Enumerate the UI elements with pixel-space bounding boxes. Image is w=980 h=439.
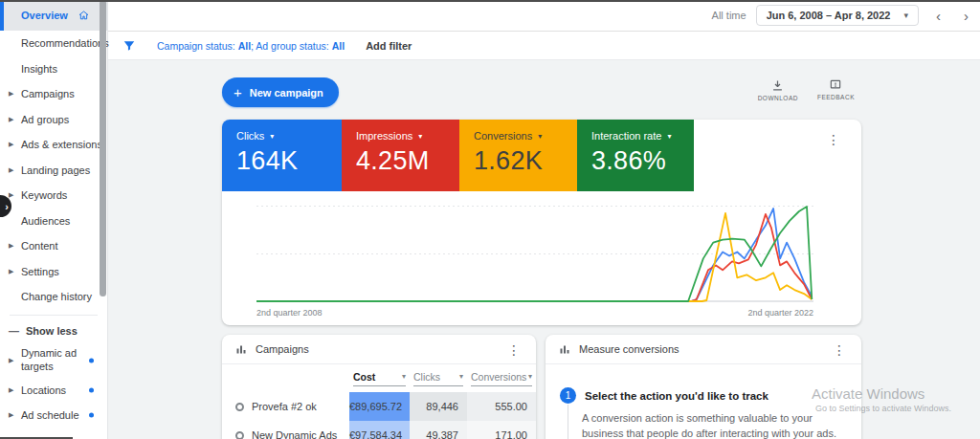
sidebar-item-settings[interactable]: ▶ Settings — [0, 259, 107, 285]
add-filter-button[interactable]: Add filter — [366, 40, 412, 52]
step-connector-line — [568, 405, 568, 439]
clicks-cell: 89,446 — [410, 392, 467, 421]
campaigns-card: Campaigns ⋮ Cost▾ Clicks▾ Conv — [222, 335, 536, 439]
top-bar: All time Jun 6, 2008 – Apr 8, 2022 ▾ ‹ › — [108, 0, 980, 32]
sidebar-item-ad-schedule[interactable]: ▶ Ad schedule — [0, 403, 107, 428]
x-axis-end-label: 2nd quarter 2022 — [747, 308, 813, 318]
sidebar-item-recommendations[interactable]: Recommendations — [0, 31, 107, 56]
column-header-cost[interactable]: Cost▾ — [349, 364, 410, 392]
card-title: Measure conversions — [579, 343, 679, 355]
metric-card-impressions[interactable]: Impressions▾ 4.25M — [342, 120, 459, 191]
expand-arrow-icon: ▶ — [9, 141, 13, 148]
sidebar-item-audiences[interactable]: Audiences — [0, 209, 107, 234]
chevron-down-icon: ▾ — [459, 372, 463, 381]
notification-dot — [89, 413, 94, 418]
sidebar-item-content[interactable]: ▶ Content — [0, 233, 107, 259]
chevron-down-icon[interactable]: ▾ — [538, 132, 542, 141]
card-title: Campaigns — [256, 343, 309, 355]
expand-arrow-icon: ▶ — [9, 356, 13, 363]
metric-value: 3.86% — [591, 146, 694, 176]
campaigns-table: Cost▾ Clicks▾ Conversions▾ — [222, 364, 536, 439]
download-icon — [770, 78, 785, 93]
home-icon — [78, 10, 90, 22]
chevron-down-icon[interactable]: ▾ — [667, 132, 671, 141]
campaign-status-icon — [235, 431, 244, 439]
sidebar-item-campaigns[interactable]: ▶ Campaigns — [0, 81, 107, 107]
chevron-down-icon[interactable]: ▾ — [270, 132, 274, 141]
metric-value: 4.25M — [356, 146, 459, 176]
sidebar-item-ad-groups[interactable]: ▶ Ad groups — [0, 107, 107, 133]
screenshot-top-edge — [0, 0, 980, 2]
sidebar-item-dynamic-ad-targets[interactable]: ▶ Dynamic ad targets — [0, 343, 107, 378]
conversions-cell: 171.00 — [467, 421, 536, 439]
metric-value: 1.62K — [474, 146, 577, 176]
new-campaign-button[interactable]: + New campaign — [222, 77, 339, 107]
show-less-toggle[interactable]: — Show less — [0, 319, 107, 343]
filter-bar: Campaign status: All; Ad group status: A… — [108, 32, 980, 60]
table-row[interactable]: New Dynamic Ads €97,584.34 49,387 171.00 — [222, 421, 536, 439]
step-title: Select the action you'd like to track — [585, 390, 768, 402]
cost-cell: €89,695.72 — [349, 392, 410, 421]
metric-card-clicks[interactable]: Clicks▾ 164K — [222, 120, 342, 191]
chevron-down-icon: ▾ — [402, 372, 406, 381]
trend-lines-svg — [256, 206, 813, 302]
main-area: All time Jun 6, 2008 – Apr 8, 2022 ▾ ‹ ›… — [108, 0, 980, 439]
sidebar-item-insights[interactable]: Insights — [0, 56, 107, 82]
step-number-badge: 1 — [560, 387, 576, 404]
sidebar-item-locations[interactable]: ▶ Locations — [0, 378, 107, 404]
expand-arrow-icon: ▶ — [9, 166, 13, 174]
feedback-button[interactable]: FEEDBACK — [817, 78, 855, 101]
expand-arrow-icon: ▶ — [9, 242, 13, 250]
date-range-preset-label: All time — [712, 10, 746, 21]
expand-arrow-icon: ▶ — [9, 116, 13, 123]
sidebar-divider — [10, 315, 98, 316]
metric-card-conversions[interactable]: Conversions▾ 1.62K — [459, 120, 577, 191]
chart-card-menu-button[interactable]: ⋮ — [827, 133, 840, 146]
sidebar-item-ads-extensions[interactable]: ▶ Ads & extensions — [0, 132, 107, 158]
date-range-picker[interactable]: Jun 6, 2008 – Apr 8, 2022 ▾ — [756, 5, 919, 26]
metric-card-interaction-rate[interactable]: Interaction rate▾ 3.86% — [577, 120, 694, 191]
bar-chart-icon — [235, 343, 247, 355]
campaign-name: Provefa #2 ok — [252, 401, 317, 412]
performance-chart: 2nd quarter 2008 2nd quarter 2022 — [222, 191, 861, 325]
sidebar-item-label: Overview — [21, 10, 68, 21]
x-axis-start-label: 2nd quarter 2008 — [256, 308, 323, 318]
left-navigation: Overview Recommendations Insights ▶ Camp… — [0, 0, 108, 439]
content-area: + New campaign DOWNLOAD FEEDBACK Clicks — [108, 60, 980, 439]
chevron-down-icon[interactable]: ▾ — [418, 132, 422, 141]
measure-card-menu-button[interactable]: ⋮ — [833, 343, 846, 357]
active-filters-link[interactable]: Campaign status: All; Ad group status: A… — [157, 40, 345, 52]
next-range-button[interactable]: › — [964, 9, 969, 23]
notification-dot — [89, 387, 94, 392]
expand-arrow-icon: ▶ — [9, 411, 13, 419]
campaigns-card-menu-button[interactable]: ⋮ — [507, 343, 521, 357]
expand-arrow-icon: ▶ — [9, 386, 13, 394]
measure-conversions-card: Measure conversions ⋮ 1 Select the actio… — [546, 335, 861, 439]
chevron-down-icon: ▾ — [903, 11, 908, 20]
download-button[interactable]: DOWNLOAD — [758, 78, 798, 101]
campaign-status-icon — [235, 403, 244, 411]
sidebar-item-change-history[interactable]: Change history — [0, 284, 107, 310]
notification-dot — [89, 358, 94, 362]
clicks-cell: 49,387 — [410, 421, 467, 439]
expand-arrow-icon: ▶ — [9, 268, 13, 275]
table-header-row: Cost▾ Clicks▾ Conversions▾ — [222, 364, 536, 392]
conversions-cell: 555.00 — [467, 392, 536, 421]
step-description: A conversion action is something valuabl… — [582, 410, 848, 439]
sidebar-item-keywords[interactable]: ▶ Keywords — [0, 183, 107, 209]
expand-arrow-icon: ▶ — [9, 191, 13, 199]
overview-chart-card: Clicks▾ 164K Impressions▾ 4.25M Conversi… — [222, 120, 861, 325]
table-row[interactable]: Provefa #2 ok €89,695.72 89,446 555.00 — [222, 392, 536, 421]
column-header-clicks[interactable]: Clicks▾ — [410, 364, 467, 392]
column-header-conversions[interactable]: Conversions▾ — [467, 364, 536, 392]
sidebar-scrollbar[interactable] — [100, 0, 106, 296]
minus-icon: — — [9, 325, 19, 337]
sidebar-item-landing-pages[interactable]: ▶ Landing pages — [0, 158, 107, 184]
expand-arrow-icon: ▶ — [9, 90, 13, 98]
metric-value: 164K — [236, 146, 342, 176]
metric-scorecards: Clicks▾ 164K Impressions▾ 4.25M Conversi… — [222, 120, 861, 191]
sidebar-item-overview[interactable]: Overview — [0, 0, 107, 31]
bar-chart-icon — [559, 343, 570, 355]
previous-range-button[interactable]: ‹ — [936, 9, 941, 23]
plus-icon: + — [234, 84, 242, 100]
